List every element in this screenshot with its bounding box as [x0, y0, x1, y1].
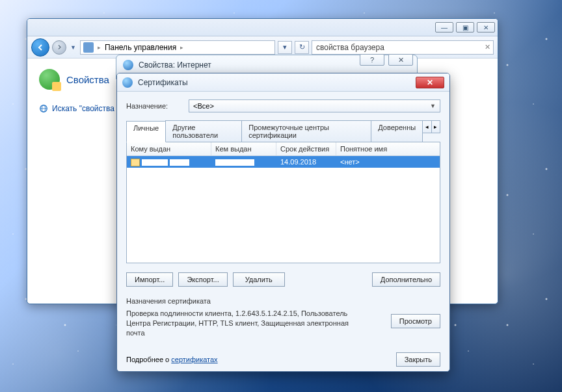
- learn-prefix: Подробнее о: [126, 356, 171, 363]
- control-panel-icon: [83, 42, 94, 53]
- certificate-row-icon: [131, 159, 140, 166]
- advanced-button[interactable]: Дополнительно: [372, 272, 440, 287]
- internet-options-icon: [39, 69, 60, 90]
- search-clear-icon[interactable]: ✕: [485, 43, 490, 51]
- dropdown-icon: ▼: [430, 103, 436, 109]
- address-bar[interactable]: ▸ Панель управления ▸: [80, 40, 275, 55]
- search-link-text: Искать "свойства: [52, 104, 114, 113]
- certificate-icon: [122, 77, 133, 88]
- purpose-select[interactable]: <Все> ▼: [189, 99, 440, 112]
- breadcrumb-root[interactable]: Панель управления: [105, 43, 176, 52]
- col-expiry[interactable]: Срок действия: [276, 142, 336, 155]
- cp-heading-text: Свойства: [66, 74, 109, 85]
- cert-title-text: Сертификаты: [138, 78, 188, 87]
- close-button[interactable]: Закрыть: [396, 352, 440, 367]
- cp-minimize-button[interactable]: —: [435, 22, 453, 33]
- view-button[interactable]: Просмотр: [391, 314, 440, 328]
- delete-button[interactable]: Удалить: [233, 272, 285, 287]
- tab-personal[interactable]: Личные: [126, 121, 166, 142]
- globe-icon: [39, 104, 48, 113]
- tab-scroll-right-icon[interactable]: ▸: [431, 120, 440, 133]
- cert-tabs: Личные Другие пользователи Промежуточные…: [126, 120, 440, 142]
- cp-maximize-button[interactable]: ▣: [456, 22, 474, 33]
- cp-titlebar: — ▣ ✕: [27, 19, 498, 36]
- certificates-dialog: Сертификаты ✕ Назначение: <Все> ▼ Личные…: [116, 73, 450, 372]
- nav-history-dropdown-icon[interactable]: ▼: [70, 44, 76, 51]
- col-issued-by[interactable]: Кем выдан: [211, 142, 276, 155]
- internet-icon: [123, 60, 133, 70]
- cp-close-button[interactable]: ✕: [477, 22, 495, 33]
- search-input[interactable]: свойства браузера ✕: [312, 40, 494, 55]
- breadcrumb-sep-icon: ▸: [98, 44, 101, 51]
- ip-title: Свойства: Интернет: [139, 60, 211, 70]
- purpose-label: Назначение:: [126, 102, 182, 110]
- search-value: свойства браузера: [316, 43, 384, 52]
- refresh-button[interactable]: ↻: [295, 41, 309, 54]
- col-friendly[interactable]: Понятное имя: [336, 142, 440, 155]
- tab-intermediate-ca[interactable]: Промежуточные центры сертификации: [241, 120, 371, 142]
- nav-back-button[interactable]: [31, 38, 49, 57]
- ip-help-button[interactable]: ?: [360, 54, 384, 66]
- tab-scroll-left-icon[interactable]: ◂: [422, 120, 431, 133]
- ip-close-button[interactable]: ✕: [388, 54, 413, 66]
- learn-link-text[interactable]: сертификатах: [171, 356, 217, 363]
- table-row[interactable]: 14.09.2018 <нет>: [127, 156, 440, 168]
- nav-forward-button[interactable]: [52, 40, 66, 55]
- cert-table: Кому выдан Кем выдан Срок действия Понят…: [126, 142, 440, 263]
- tab-other-people[interactable]: Другие пользователи: [165, 120, 242, 142]
- purpose-value: <Все>: [193, 102, 214, 110]
- col-issued-to[interactable]: Кому выдан: [127, 142, 211, 155]
- row-expiry: 14.09.2018: [276, 158, 336, 166]
- cert-close-button[interactable]: ✕: [416, 77, 444, 88]
- learn-more-link[interactable]: Подробнее о сертификатах: [126, 356, 218, 363]
- row-friendly: <нет>: [336, 158, 440, 166]
- cert-purposes-desc: Проверка подлинности клиента, 1.2.643.5.…: [126, 309, 360, 338]
- cert-purposes-label: Назначения сертификата: [126, 297, 440, 305]
- export-button[interactable]: Экспорт...: [178, 272, 227, 287]
- cert-titlebar: Сертификаты ✕: [117, 73, 449, 92]
- import-button[interactable]: Импорт...: [126, 272, 173, 287]
- breadcrumb-sep-icon: ▸: [180, 44, 183, 51]
- address-dropdown-button[interactable]: ▾: [278, 41, 292, 54]
- tab-trusted[interactable]: Доверенны: [371, 120, 423, 142]
- cert-table-header: Кому выдан Кем выдан Срок действия Понят…: [127, 142, 440, 156]
